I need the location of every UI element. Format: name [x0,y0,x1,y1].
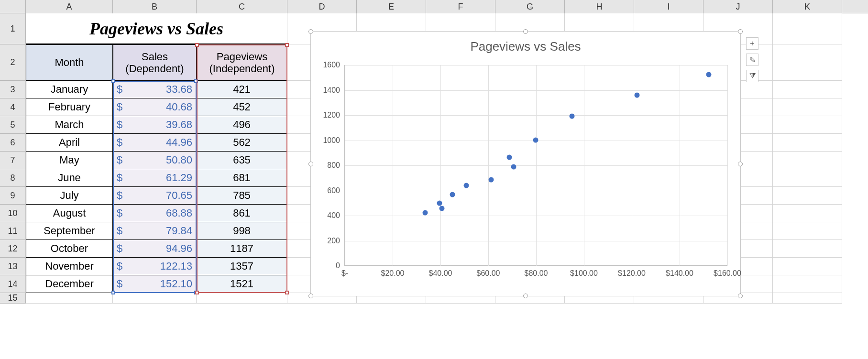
row-header-6[interactable]: 6 [0,134,26,152]
row-header-13[interactable]: 13 [0,258,26,275]
cell-pageviews[interactable]: 861 [197,205,287,222]
cell-month[interactable]: March [26,116,113,134]
col-header-E[interactable]: E [357,0,426,13]
row-header-8[interactable]: 8 [0,169,26,187]
row-header-4[interactable]: 4 [0,98,26,116]
col-header-J[interactable]: J [703,0,773,13]
col-header-G[interactable]: G [495,0,565,13]
cell-B15[interactable] [113,293,197,304]
row-header-5[interactable]: 5 [0,116,26,134]
data-point[interactable] [507,155,512,160]
cell-K4[interactable] [773,98,842,116]
row-header-1[interactable]: 1 [0,13,26,44]
cell-pageviews[interactable]: 681 [197,169,287,187]
cell-pageviews[interactable]: 562 [197,134,287,152]
cell-pageviews[interactable]: 1357 [197,258,287,275]
data-point[interactable] [569,114,574,119]
data-point[interactable] [511,164,516,169]
data-point[interactable] [450,192,455,197]
header-cell-pageviews[interactable]: Pageviews(Independent) [197,44,287,81]
data-point[interactable] [706,72,711,77]
cell-month[interactable]: November [26,258,113,275]
cell-K12[interactable] [773,240,842,258]
cell-K1[interactable] [773,13,842,44]
cell-K15[interactable] [773,293,842,304]
col-header-D[interactable]: D [287,0,357,13]
data-point[interactable] [439,206,445,211]
row-header-15[interactable]: 15 [0,293,26,304]
cell-sales[interactable]: $152.10 [113,275,197,293]
cell-month[interactable]: May [26,152,113,169]
cell-pageviews[interactable]: 998 [197,222,287,240]
cell-K3[interactable] [773,81,842,98]
cell-pageviews[interactable]: 496 [197,116,287,134]
cell-K8[interactable] [773,169,842,187]
cell-A15[interactable] [26,293,113,304]
cell-sales[interactable]: $33.68 [113,81,197,98]
col-header-H[interactable]: H [565,0,634,13]
chart-object[interactable]: Pageviews vs Sales 020040060080010001200… [310,31,741,296]
cell-K9[interactable] [773,187,842,205]
data-point[interactable] [489,177,494,183]
page-title[interactable]: Pageviews vs Sales [26,13,287,44]
col-header-K[interactable]: K [773,0,842,13]
cell-month[interactable]: September [26,222,113,240]
cell-sales[interactable]: $50.80 [113,152,197,169]
cell-C15[interactable] [197,293,287,304]
cell-K6[interactable] [773,134,842,152]
cell-K7[interactable] [773,152,842,169]
cell-month[interactable]: April [26,134,113,152]
row-header-9[interactable]: 9 [0,187,26,205]
cell-K11[interactable] [773,222,842,240]
cell-sales[interactable]: $44.96 [113,134,197,152]
data-point[interactable] [464,183,469,188]
cell-month[interactable]: December [26,275,113,293]
row-header-14[interactable]: 14 [0,275,26,293]
row-header-3[interactable]: 3 [0,81,26,98]
col-header-A[interactable]: A [26,0,113,13]
cell-pageviews[interactable]: 1187 [197,240,287,258]
cell-month[interactable]: July [26,187,113,205]
data-point[interactable] [423,210,428,215]
col-header-B[interactable]: B [113,0,197,13]
col-header-C[interactable]: C [197,0,287,13]
row-header-11[interactable]: 11 [0,222,26,240]
chart-title[interactable]: Pageviews vs Sales [311,32,740,58]
cell-sales[interactable]: $61.29 [113,169,197,187]
col-header-F[interactable]: F [426,0,495,13]
col-header-I[interactable]: I [634,0,703,13]
chart-styles-button[interactable]: ✎ [746,54,758,66]
cell-month[interactable]: February [26,98,113,116]
chart-elements-button[interactable]: + [746,37,758,50]
cell-sales[interactable]: $70.65 [113,187,197,205]
cell-K5[interactable] [773,116,842,134]
cell-pageviews[interactable]: 452 [197,98,287,116]
chart-filters-button[interactable]: ⧩ [746,70,758,82]
cell-sales[interactable]: $94.96 [113,240,197,258]
row-header-12[interactable]: 12 [0,240,26,258]
row-header-10[interactable]: 10 [0,205,26,222]
cell-sales[interactable]: $40.68 [113,98,197,116]
cell-sales[interactable]: $39.68 [113,116,197,134]
data-point[interactable] [533,138,538,143]
header-cell-sales[interactable]: Sales(Dependent) [113,44,197,81]
data-point[interactable] [634,92,639,98]
cell-month[interactable]: August [26,205,113,222]
cell-month[interactable]: October [26,240,113,258]
row-header-2[interactable]: 2 [0,44,26,81]
cell-K10[interactable] [773,205,842,222]
cell-month[interactable]: January [26,81,113,98]
select-all-corner[interactable] [0,0,26,13]
cell-sales[interactable]: $68.88 [113,205,197,222]
cell-sales[interactable]: $122.13 [113,258,197,275]
cell-pageviews[interactable]: 785 [197,187,287,205]
cell-pageviews[interactable]: 635 [197,152,287,169]
row-header-7[interactable]: 7 [0,152,26,169]
cell-pageviews[interactable]: 1521 [197,275,287,293]
cell-pageviews[interactable]: 421 [197,81,287,98]
header-cell-month[interactable]: Month [26,44,113,81]
cell-K2[interactable] [773,44,842,81]
cell-sales[interactable]: $79.84 [113,222,197,240]
cell-K14[interactable] [773,275,842,293]
cell-month[interactable]: June [26,169,113,187]
